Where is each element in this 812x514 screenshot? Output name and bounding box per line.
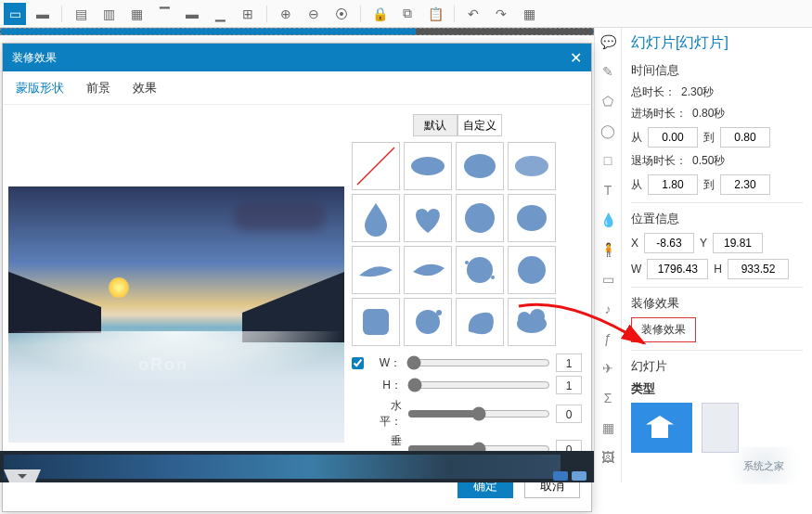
plane-icon[interactable]: ✈ <box>598 358 618 379</box>
slides-icon[interactable]: ▦ <box>518 3 540 25</box>
shape-circle[interactable] <box>456 194 504 242</box>
shape-square-soft[interactable] <box>352 298 400 346</box>
icon-rail: 💬 ✎ ⬠ ◯ □ T 💧 🧍 ▭ ♪ ƒ ✈ Σ ▦ 🖼 <box>594 28 622 482</box>
type-thumb-1[interactable] <box>631 403 692 453</box>
shape-tab-custom[interactable]: 自定义 <box>458 114 502 136</box>
music-icon[interactable]: ♪ <box>598 299 618 319</box>
svg-point-8 <box>491 276 495 279</box>
shape-stroke-2[interactable] <box>404 246 452 294</box>
lock-icon[interactable]: 🔒 <box>368 3 391 25</box>
shape-brush-3[interactable] <box>508 142 556 190</box>
separator <box>631 350 803 351</box>
x-input[interactable] <box>644 233 694 253</box>
drop-icon[interactable]: 💧 <box>598 210 618 230</box>
pencil-icon[interactable]: ✎ <box>598 61 618 82</box>
canvas-strip <box>0 28 594 35</box>
row-icon[interactable]: ▬ <box>32 3 54 25</box>
section-position: 位置信息 <box>631 211 803 227</box>
w-input[interactable] <box>647 259 708 279</box>
shape-splat-2[interactable] <box>404 298 452 346</box>
slider-w-value: 1 <box>556 353 582 372</box>
flash-icon[interactable]: ƒ <box>598 328 618 349</box>
separator <box>454 6 455 22</box>
lock-wh-checkbox[interactable] <box>352 357 364 369</box>
tab-effects[interactable]: 效果 <box>133 76 157 100</box>
image-icon[interactable]: 🖼 <box>598 447 618 468</box>
effects-button[interactable]: 装修效果 <box>631 317 696 342</box>
edit-icon[interactable]: ▭ <box>4 3 26 25</box>
slider-h[interactable] <box>407 378 550 392</box>
zoom-out-icon[interactable]: ⊖ <box>303 3 325 25</box>
slider-h-value: 1 <box>556 376 582 394</box>
h-input[interactable] <box>728 259 789 279</box>
effects-dialog: 装修效果 ✕ 蒙版形状 前景 效果 oRon 默认 自定义 <box>2 43 592 512</box>
align-middle-icon[interactable]: ▬ <box>181 3 203 25</box>
separator <box>631 202 803 203</box>
shape-heart[interactable] <box>404 194 452 242</box>
shape-grid <box>352 142 582 346</box>
square-icon[interactable]: □ <box>598 150 618 171</box>
align-bottom-icon[interactable]: ▁ <box>209 3 231 25</box>
y-input[interactable] <box>713 233 763 253</box>
slider-horizontal[interactable] <box>407 406 550 421</box>
calendar-icon[interactable]: ▦ <box>598 418 618 438</box>
dialog-tabs: 蒙版形状 前景 效果 <box>3 71 591 105</box>
align-top-icon[interactable]: ▔ <box>153 3 175 25</box>
shape-none[interactable] <box>352 142 400 190</box>
sigma-icon[interactable]: Σ <box>598 388 618 408</box>
shape-brush-2[interactable] <box>456 142 504 190</box>
panel-title: 幻灯片[幻灯片] <box>631 33 803 53</box>
enter-duration-value: 0.80秒 <box>692 106 735 122</box>
svg-point-12 <box>436 310 442 315</box>
shape-tab-default[interactable]: 默认 <box>413 114 458 136</box>
shape-brush-1[interactable] <box>404 142 452 190</box>
enter-duration-label: 进场时长： <box>631 106 687 122</box>
shape-splat-1[interactable] <box>456 246 504 294</box>
exit-duration-value: 0.50秒 <box>692 153 735 169</box>
timeline-handle[interactable] <box>4 469 41 482</box>
tab-foreground[interactable]: 前景 <box>86 76 110 100</box>
folder-icon[interactable]: ▭ <box>598 269 618 289</box>
separator <box>360 6 361 22</box>
align-left-icon[interactable]: ▤ <box>70 3 92 25</box>
enter-to-input[interactable] <box>720 127 770 148</box>
exit-duration-label: 退场时长： <box>631 153 687 169</box>
chat-icon[interactable]: 💬 <box>598 32 618 52</box>
shape-gear-blob[interactable] <box>508 246 556 294</box>
distribute-icon[interactable]: ⊞ <box>237 3 259 25</box>
shape-drop[interactable] <box>352 194 400 242</box>
zoom-reset-icon[interactable]: ⦿ <box>330 3 353 25</box>
text-icon[interactable]: T <box>598 180 618 200</box>
section-type: 类型 <box>631 380 803 397</box>
tab-mask-shape[interactable]: 蒙版形状 <box>16 76 64 100</box>
exit-from-input[interactable] <box>648 174 698 195</box>
timeline[interactable] <box>0 451 594 482</box>
redo-icon[interactable]: ↷ <box>490 3 512 25</box>
shape-blob-1[interactable] <box>508 194 556 242</box>
svg-point-6 <box>467 257 493 283</box>
undo-icon[interactable]: ↶ <box>462 3 484 25</box>
shape-cloud[interactable] <box>508 298 556 346</box>
enter-from-input[interactable] <box>648 127 698 148</box>
x-label: X <box>631 237 638 250</box>
shape-splat-3[interactable] <box>456 298 504 346</box>
align-right-icon[interactable]: ▦ <box>125 3 148 25</box>
y-label: Y <box>700 237 707 250</box>
ring-icon[interactable]: ◯ <box>598 121 618 141</box>
zoom-in-icon[interactable]: ⊕ <box>275 3 297 25</box>
pentagon-icon[interactable]: ⬠ <box>598 91 618 111</box>
paste-icon[interactable]: 📋 <box>424 3 446 25</box>
figurine-icon[interactable]: 🧍 <box>598 239 618 260</box>
exit-to-input[interactable] <box>720 174 770 195</box>
separator <box>266 6 267 22</box>
shape-stroke-1[interactable] <box>352 246 400 294</box>
preview-image: oRon <box>8 186 344 443</box>
slider-w-label: W： <box>369 355 401 371</box>
copy-icon[interactable]: ⧉ <box>396 3 419 25</box>
close-icon[interactable]: ✕ <box>570 49 582 67</box>
type-thumb-2[interactable] <box>702 403 739 453</box>
slider-w[interactable] <box>406 355 550 370</box>
align-center-icon[interactable]: ▥ <box>97 3 120 25</box>
svg-point-1 <box>411 157 445 175</box>
to-label-2: 到 <box>703 177 715 193</box>
